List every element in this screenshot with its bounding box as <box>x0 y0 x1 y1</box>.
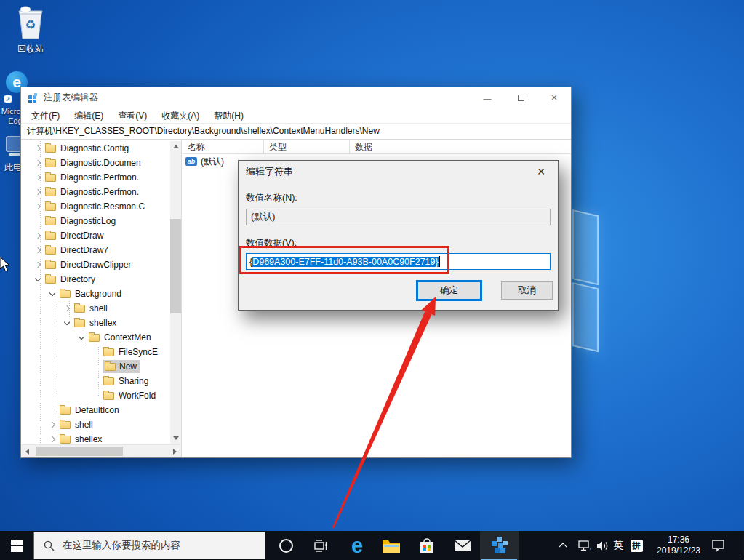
tree-item[interactable]: DirectDrawClipper <box>21 257 169 272</box>
taskbar-explorer-button[interactable] <box>377 531 405 560</box>
column-name[interactable]: 名称 <box>183 140 264 153</box>
taskbar-regedit-button-active[interactable] <box>480 531 519 560</box>
scroll-left-icon[interactable] <box>25 449 29 455</box>
chevron-down-icon[interactable] <box>79 333 84 339</box>
folder-icon <box>103 392 114 400</box>
menu-favorites[interactable]: 收藏夹(A) <box>154 108 207 123</box>
tray-clock[interactable]: 17:36 2019/12/23 <box>653 535 704 556</box>
taskbar-store-button[interactable] <box>413 531 441 560</box>
chevron-right-icon[interactable] <box>35 204 41 209</box>
tree-item[interactable]: Diagnostic.Perfmon. <box>21 170 169 185</box>
folder-icon <box>45 188 56 196</box>
chevron-right-icon[interactable] <box>35 262 41 268</box>
address-bar[interactable]: 计算机\HKEY_CLASSES_ROOT\Directory\Backgrou… <box>21 123 571 140</box>
maximize-icon <box>518 95 524 101</box>
scroll-up-icon[interactable] <box>173 145 179 148</box>
folder-icon <box>60 436 71 444</box>
chevron-right-icon[interactable] <box>35 145 41 151</box>
chevron-down-icon[interactable] <box>64 319 70 324</box>
column-data[interactable]: 数据 <box>350 140 571 153</box>
tree-item[interactable]: shell <box>21 301 169 316</box>
reg-sz-icon: ab <box>185 157 197 166</box>
menu-file[interactable]: 文件(F) <box>24 108 67 123</box>
speaker-icon <box>596 540 609 551</box>
tree-item[interactable]: Diagnostic.Perfmon. <box>21 185 169 199</box>
tree-item[interactable]: Background <box>21 287 169 301</box>
vertical-scroll-thumb[interactable] <box>170 219 181 313</box>
column-type[interactable]: 类型 <box>264 140 350 153</box>
tray-language-indicator[interactable]: 英 <box>610 531 626 560</box>
tree-item[interactable]: FileSyncE <box>21 345 169 359</box>
chevron-up-icon <box>559 543 567 551</box>
scroll-right-icon[interactable] <box>173 449 177 455</box>
network-icon: ⁎ <box>578 540 591 551</box>
tree-item[interactable]: DiagnosticLog <box>21 214 169 228</box>
close-button[interactable]: ✕ <box>537 87 571 108</box>
tree-item[interactable]: WorkFold <box>21 388 169 403</box>
tree-spacer <box>35 218 41 224</box>
tree-item-selected[interactable]: New <box>21 359 169 374</box>
tree-item[interactable]: shellex <box>21 316 169 330</box>
tree-vertical-scrollbar[interactable] <box>170 141 181 444</box>
edit-string-dialog: 编辑字符串 ✕ 数值名称(N): (默认) 数值数据(V): {D969A300… <box>238 160 559 311</box>
folder-icon <box>45 159 56 167</box>
chevron-right-icon[interactable] <box>49 422 55 428</box>
folder-icon <box>45 145 56 153</box>
tree-spacer <box>49 407 55 413</box>
chevron-right-icon[interactable] <box>35 233 41 239</box>
tree-item[interactable]: Directory <box>21 272 169 287</box>
chevron-right-icon[interactable] <box>35 189 41 195</box>
tray-show-hidden-icons[interactable] <box>554 531 572 560</box>
dialog-title: 编辑字符串 <box>246 161 293 183</box>
taskbar-edge-button[interactable]: e <box>343 531 371 560</box>
horizontal-scroll-thumb[interactable] <box>36 447 123 456</box>
chevron-right-icon[interactable] <box>35 247 41 253</box>
chevron-right-icon[interactable] <box>35 160 41 166</box>
tree-item[interactable]: shell <box>21 417 169 432</box>
chevron-right-icon[interactable] <box>49 436 55 442</box>
tree-item[interactable]: Diagnostic.Documen <box>21 156 169 170</box>
microsoft-store-icon <box>420 538 434 553</box>
value-name-field: (默认) <box>246 209 551 225</box>
tree-item[interactable]: Diagnostic.Config <box>21 141 169 156</box>
tree-item[interactable]: DefaultIcon <box>21 403 169 417</box>
taskbar-mail-button[interactable] <box>449 531 476 560</box>
taskbar-search-box[interactable]: 在这里输入你要搜索的内容 <box>33 532 265 559</box>
folder-icon <box>60 407 71 415</box>
chevron-right-icon[interactable] <box>64 305 70 311</box>
cancel-button[interactable]: 取消 <box>501 281 553 300</box>
chevron-down-icon[interactable] <box>49 289 55 295</box>
tray-network[interactable]: ⁎ <box>575 531 594 560</box>
tree-item[interactable]: DirectDraw7 <box>21 243 169 257</box>
tree-item[interactable]: DirectDraw <box>21 228 169 243</box>
folder-icon <box>103 348 114 356</box>
start-button[interactable] <box>0 531 33 560</box>
ime-icon: 拼 <box>631 540 643 552</box>
maximize-button[interactable] <box>504 87 537 108</box>
menu-help[interactable]: 帮助(H) <box>207 108 251 123</box>
scroll-down-icon[interactable] <box>173 436 179 440</box>
selected-key-highlight: New <box>103 360 140 373</box>
dialog-close-button[interactable]: ✕ <box>529 162 553 181</box>
show-desktop-button[interactable] <box>740 535 740 556</box>
cortana-button[interactable] <box>273 531 299 560</box>
menubar: 文件(F) 编辑(E) 查看(V) 收藏夹(A) 帮助(H) <box>21 108 571 123</box>
task-view-button[interactable] <box>307 531 335 560</box>
folder-icon <box>45 217 56 225</box>
tree-horizontal-scrollbar[interactable] <box>21 444 181 457</box>
tree-item[interactable]: Sharing <box>21 374 169 388</box>
desktop-icon-recycle-bin[interactable]: ♻ 回收站 <box>7 4 54 55</box>
tree-item[interactable]: ContextMen <box>21 330 169 345</box>
chevron-right-icon[interactable] <box>35 175 41 180</box>
regedit-taskbar-icon <box>480 531 519 560</box>
tree-item[interactable]: Diagnostic.Resmon.C <box>21 199 169 214</box>
tree-spacer <box>93 349 99 355</box>
minimize-button[interactable]: — <box>471 87 504 108</box>
menu-edit[interactable]: 编辑(E) <box>67 108 111 123</box>
tray-ime-indicator[interactable]: 拼 <box>628 531 645 560</box>
taskbar: 在这里输入你要搜索的内容 e <box>0 531 744 560</box>
action-center-button[interactable] <box>707 531 729 560</box>
menu-view[interactable]: 查看(V) <box>111 108 154 123</box>
chevron-down-icon[interactable] <box>35 275 41 281</box>
clock-date: 2019/12/23 <box>653 545 704 556</box>
